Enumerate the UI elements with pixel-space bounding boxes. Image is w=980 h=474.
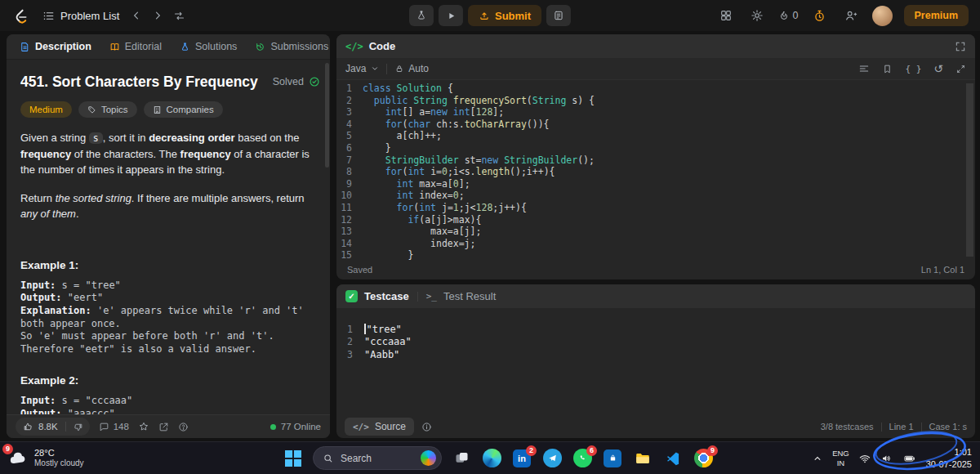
code-editor[interactable]: 1class Solution {2 public String frequen… <box>336 81 965 260</box>
vscode-app-icon[interactable] <box>662 448 684 469</box>
tab-editorial[interactable]: Editorial <box>103 34 168 59</box>
code-line[interactable]: 1class Solution { <box>336 83 965 95</box>
streak-indicator[interactable]: 0 <box>778 10 799 21</box>
description-scrollbar[interactable] <box>325 63 329 168</box>
format-icon[interactable] <box>858 63 870 74</box>
volume-icon[interactable] <box>880 452 893 465</box>
whatsapp-app-icon[interactable]: 6 <box>572 448 593 469</box>
favorite-button[interactable] <box>138 421 149 432</box>
file-explorer-app-icon[interactable] <box>632 448 653 469</box>
feedback-button[interactable] <box>178 422 189 432</box>
code-line[interactable]: 13 max=a[j]; <box>336 226 965 238</box>
tab-solutions[interactable]: Solutions <box>173 34 243 59</box>
editor-scrollbar[interactable] <box>966 83 973 257</box>
weather-widget[interactable]: 9 28°C Mostly cloudy <box>8 448 84 468</box>
code-line[interactable]: 15 } <box>336 249 965 260</box>
testcase-input-area[interactable]: 1"tree"2"cccaaa"3"Aabb" <box>336 308 975 415</box>
problem-list-button[interactable]: Problem List <box>37 7 125 25</box>
next-problem-icon[interactable] <box>148 6 167 25</box>
code-line[interactable]: 4 for(char ch:s.toCharArray()){ <box>336 118 965 131</box>
leetcode-logo-icon[interactable] <box>11 7 29 25</box>
chrome-app-icon[interactable]: 9 <box>693 448 714 469</box>
telegram-app-icon[interactable] <box>541 448 563 469</box>
tab-description[interactable]: Description <box>13 34 98 59</box>
start-button[interactable] <box>283 448 304 469</box>
store-app-icon[interactable] <box>602 448 623 469</box>
difficulty-badge[interactable]: Medium <box>20 101 72 118</box>
layout-grid-icon[interactable] <box>716 6 736 25</box>
notes-icon[interactable] <box>546 5 571 26</box>
expand-panel-icon[interactable] <box>955 41 966 52</box>
testcase-line[interactable]: 3"Aabb" <box>343 348 965 361</box>
timer-icon[interactable] <box>810 6 830 25</box>
code-line[interactable]: 11 for(int j=1;j<128;j++){ <box>336 202 965 214</box>
user-avatar[interactable] <box>872 6 893 26</box>
code-line[interactable]: 6 } <box>336 142 965 154</box>
tab-submissions-label: Submissions <box>270 41 328 52</box>
auto-toggle[interactable]: Auto <box>394 63 429 74</box>
share-button[interactable] <box>158 422 169 432</box>
code-line[interactable]: 9 int max=a[0]; <box>336 178 965 190</box>
dislike-button[interactable] <box>66 422 90 432</box>
code-line[interactable]: 10 int index=0; <box>336 190 965 202</box>
tab-submissions[interactable]: Submissions <box>248 34 330 59</box>
language-selector[interactable]: Java <box>345 63 379 74</box>
lock-icon <box>394 64 404 74</box>
code-line[interactable]: 3 int[] a=new int[128]; <box>336 106 965 118</box>
tab-solutions-label: Solutions <box>195 41 237 52</box>
testcase-line[interactable]: 1"tree" <box>343 323 965 336</box>
solved-status[interactable]: Solved <box>273 76 320 87</box>
task-view-button[interactable] <box>451 448 472 469</box>
battery-icon[interactable] <box>902 452 917 465</box>
chrome-badge: 9 <box>707 445 718 456</box>
maximize-editor-icon[interactable] <box>956 64 966 74</box>
taskbar-clock[interactable]: 1:01 30-07-2025 <box>926 446 972 470</box>
weather-desc: Mostly cloudy <box>34 458 84 468</box>
premium-button[interactable]: Premium <box>904 5 969 26</box>
reset-code-icon[interactable]: ↺ <box>933 63 943 74</box>
editor-toolbar: Java Auto { } ↺ <box>336 58 975 80</box>
search-placeholder: Search <box>341 453 372 464</box>
taskbar-search[interactable]: Search <box>313 446 442 470</box>
testcase-status: 3/8 testcases Line 1 Case 1: s <box>821 422 967 432</box>
linkedin-app-icon[interactable]: in 2 <box>511 448 532 469</box>
companies-badge[interactable]: Companies <box>144 101 223 118</box>
wifi-icon[interactable] <box>858 452 871 465</box>
tab-testcase[interactable]: Testcase <box>364 290 409 302</box>
info-icon[interactable] <box>421 422 432 432</box>
testcase-line: Line 1 <box>889 422 914 432</box>
online-dot-icon <box>270 424 276 430</box>
run-button[interactable] <box>439 5 463 26</box>
tab-test-result[interactable]: Test Result <box>443 290 496 302</box>
testcase-progress: 3/8 testcases <box>821 422 874 432</box>
language-indicator[interactable]: ENG IN <box>832 449 849 467</box>
braces-icon[interactable]: { } <box>905 64 921 74</box>
edge-app-icon[interactable] <box>481 448 502 469</box>
topics-label: Topics <box>101 105 128 114</box>
solved-label: Solved <box>273 76 304 87</box>
shuffle-icon[interactable] <box>169 6 189 25</box>
source-button[interactable]: </> Source <box>345 418 414 436</box>
problem-content: 451. Sort Characters By Frequency Solved… <box>7 60 330 414</box>
code-line[interactable]: 5 a[ch]++; <box>336 130 965 142</box>
code-icon: </> <box>345 41 363 52</box>
bookmark-icon[interactable] <box>882 64 893 74</box>
code-line[interactable]: 7 StringBuilder st=new StringBuilder(); <box>336 154 965 167</box>
tab-separator <box>417 292 418 302</box>
topics-badge[interactable]: Topics <box>78 101 137 118</box>
submit-button[interactable]: Submit <box>468 5 541 26</box>
weather-badge: 9 <box>2 444 13 454</box>
code-line[interactable]: 2 public String frequencySort(String s) … <box>336 95 965 107</box>
code-line[interactable]: 12 if(a[j]>max){ <box>336 214 965 226</box>
problem-list-label: Problem List <box>60 10 119 22</box>
like-button[interactable]: 8.8K <box>16 422 65 432</box>
invite-user-icon[interactable] <box>841 6 861 25</box>
settings-gear-icon[interactable] <box>747 6 767 25</box>
testcase-line[interactable]: 2"cccaaa" <box>343 336 965 349</box>
hidden-icons-chevron[interactable] <box>812 453 823 464</box>
debugger-icon[interactable] <box>409 5 434 26</box>
code-line[interactable]: 8 for(int i=0;i<s.length();i++){ <box>336 166 965 178</box>
prev-problem-icon[interactable] <box>127 6 146 25</box>
comments-button[interactable]: 148 <box>99 422 129 432</box>
code-line[interactable]: 14 index=j; <box>336 238 965 250</box>
